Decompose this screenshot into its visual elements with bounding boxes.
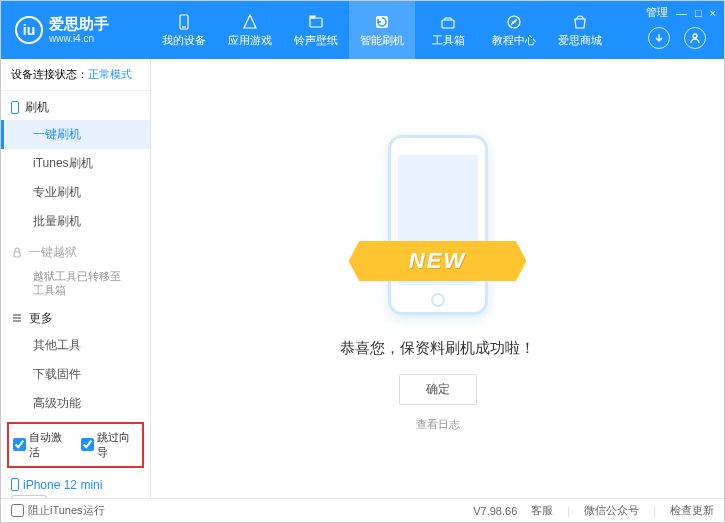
section-flash[interactable]: 刷机: [1, 91, 150, 120]
view-log-link[interactable]: 查看日志: [416, 417, 460, 432]
close-icon[interactable]: ×: [710, 7, 716, 19]
device-name: iPhone 12 mini: [23, 478, 102, 492]
minimize-icon[interactable]: —: [676, 7, 687, 19]
nav-apps[interactable]: 应用游戏: [217, 1, 283, 59]
refresh-icon: [373, 13, 391, 31]
block-itunes-checkbox[interactable]: 阻止iTunes运行: [11, 503, 105, 518]
skip-guide-checkbox[interactable]: 跳过向导: [81, 430, 139, 460]
logo-area: iu 爱思助手 www.i4.cn: [1, 16, 151, 44]
app-title: 爱思助手: [49, 16, 109, 33]
section-more[interactable]: 更多: [1, 302, 150, 331]
maximize-icon[interactable]: □: [695, 7, 702, 19]
phone-icon: [11, 478, 19, 491]
version-label: V7.98.66: [473, 505, 517, 517]
apps-icon: [241, 13, 259, 31]
phone-illustration: NEW: [373, 125, 503, 325]
connection-status: 设备连接状态：正常模式: [1, 59, 150, 91]
auto-activate-checkbox[interactable]: 自动激活: [13, 430, 71, 460]
toolbox-icon: [439, 13, 457, 31]
user-button[interactable]: [684, 27, 706, 49]
nav-store[interactable]: 爱思商城: [547, 1, 613, 59]
nav-flash[interactable]: 智能刷机: [349, 1, 415, 59]
section-jailbreak: 一键越狱: [1, 236, 150, 265]
sidebar-item-itunes-flash[interactable]: iTunes刷机: [1, 149, 150, 178]
nav-my-device[interactable]: 我的设备: [151, 1, 217, 59]
compass-icon: [505, 13, 523, 31]
footer: 阻止iTunes运行 V7.98.66 客服| 微信公众号| 检查更新: [1, 498, 724, 522]
manage-link[interactable]: 管理: [646, 5, 668, 20]
nav-toolbox[interactable]: 工具箱: [415, 1, 481, 59]
jailbreak-note: 越狱工具已转移至 工具箱: [1, 265, 150, 302]
main-nav: 我的设备 应用游戏 铃声壁纸 智能刷机 工具箱 教程中心 爱思商城: [151, 1, 613, 59]
options-box: 自动激活 跳过向导: [7, 422, 144, 468]
menu-icon: [11, 312, 23, 324]
app-subtitle: www.i4.cn: [49, 33, 109, 44]
device-icon: [175, 13, 193, 31]
store-icon: [571, 13, 589, 31]
wechat-link[interactable]: 微信公众号: [584, 503, 639, 518]
svg-point-6: [693, 34, 697, 38]
new-ribbon: NEW: [349, 241, 527, 281]
ok-button[interactable]: 确定: [399, 374, 477, 405]
device-block[interactable]: iPhone 12 mini 64GB Down-12mini-13,1: [1, 472, 150, 498]
sidebar-item-other-tools[interactable]: 其他工具: [1, 331, 150, 360]
nav-ringtones[interactable]: 铃声壁纸: [283, 1, 349, 59]
svg-rect-4: [442, 20, 454, 28]
phone-icon: [11, 101, 19, 114]
sidebar: 设备连接状态：正常模式 刷机 一键刷机 iTunes刷机 专业刷机 批量刷机 一…: [1, 59, 151, 498]
update-link[interactable]: 检查更新: [670, 503, 714, 518]
sidebar-item-oneclick-flash[interactable]: 一键刷机: [1, 120, 150, 149]
svg-rect-7: [14, 252, 20, 257]
success-message: 恭喜您，保资料刷机成功啦！: [340, 339, 535, 358]
main-content: NEW 恭喜您，保资料刷机成功啦！ 确定 查看日志: [151, 59, 724, 498]
service-link[interactable]: 客服: [531, 503, 553, 518]
folder-icon: [307, 13, 325, 31]
sidebar-item-download-fw[interactable]: 下载固件: [1, 360, 150, 389]
window-controls: 管理 — □ ×: [646, 5, 716, 20]
sidebar-item-batch-flash[interactable]: 批量刷机: [1, 207, 150, 236]
nav-tutorials[interactable]: 教程中心: [481, 1, 547, 59]
svg-rect-2: [310, 18, 322, 27]
download-button[interactable]: [648, 27, 670, 49]
connection-mode: 正常模式: [88, 68, 132, 80]
logo-icon: iu: [15, 16, 43, 44]
app-header: iu 爱思助手 www.i4.cn 我的设备 应用游戏 铃声壁纸 智能刷机 工具…: [1, 1, 724, 59]
storage-badge: 64GB: [11, 495, 47, 498]
sidebar-item-pro-flash[interactable]: 专业刷机: [1, 178, 150, 207]
lock-icon: [11, 247, 23, 259]
sidebar-item-advanced[interactable]: 高级功能: [1, 389, 150, 418]
